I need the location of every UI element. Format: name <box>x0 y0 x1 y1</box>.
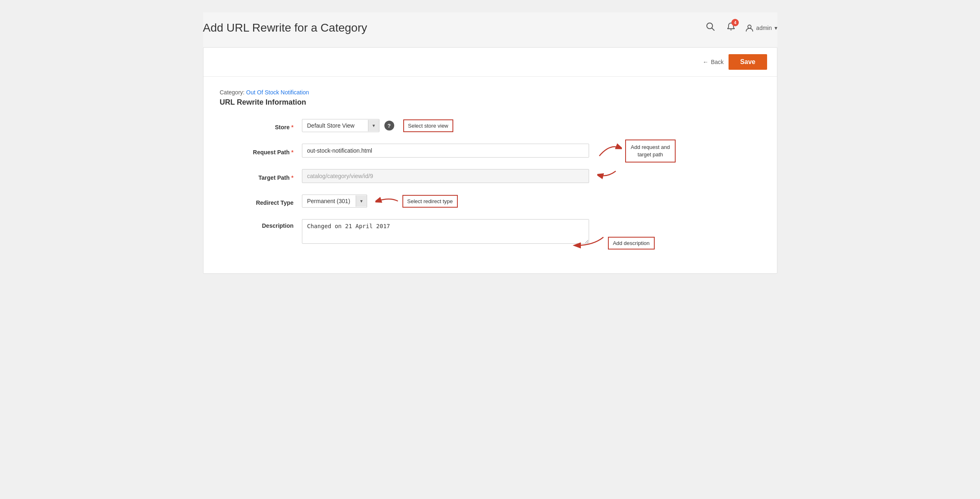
select-redirect-type-annotation: Select redirect type <box>402 195 458 208</box>
redirect-type-value: Permanent (301) <box>302 195 356 207</box>
description-input[interactable]: Changed on 21 April 2017 <box>302 219 589 244</box>
user-menu-button[interactable]: admin ▾ <box>745 24 777 32</box>
redirect-arrow <box>375 195 400 207</box>
store-control-area: Default Store View ▾ ? Select store view <box>302 119 761 132</box>
description-label: Description <box>220 219 302 229</box>
redirect-annotation-area: Select redirect type <box>375 195 458 208</box>
add-request-target-annotation: Add request and target path <box>625 140 676 163</box>
category-info: Category: Out Of Stock Notification <box>220 89 761 96</box>
form-area: Category: Out Of Stock Notification URL … <box>203 77 777 273</box>
back-arrow-icon: ← <box>703 59 708 65</box>
target-path-field-row: Target Path* <box>220 169 761 183</box>
target-path-arrow-area <box>597 169 618 181</box>
search-button[interactable] <box>704 21 717 35</box>
back-label: Back <box>711 59 724 65</box>
section-title: URL Rewrite Information <box>220 98 761 107</box>
store-help-icon[interactable]: ? <box>384 121 394 130</box>
redirect-type-select[interactable]: Permanent (301) ▾ <box>302 195 367 208</box>
page-wrapper: Add URL Rewrite for a Category 4 <box>203 12 777 274</box>
notification-button[interactable]: 4 <box>725 21 737 35</box>
category-link[interactable]: Out Of Stock Notification <box>246 89 309 96</box>
request-path-input[interactable] <box>302 144 589 158</box>
page-header: Add URL Rewrite for a Category 4 <box>203 12 777 43</box>
add-description-annotation: Add description <box>608 237 655 250</box>
description-arrow <box>573 233 605 250</box>
store-select-value: Default Store View <box>302 119 368 132</box>
category-prefix: Category: <box>220 89 245 96</box>
redirect-type-label: Redirect Type <box>220 196 302 206</box>
description-input-wrapper: Changed on 21 April 2017 <box>302 219 589 245</box>
target-path-label: Target Path* <box>220 171 302 181</box>
card-toolbar: ← Back Save <box>203 48 777 77</box>
target-arrow <box>597 169 618 181</box>
store-annotation-area: Select store view <box>403 119 453 132</box>
description-annotation-area: Add description <box>573 233 655 250</box>
redirect-type-arrow[interactable]: ▾ <box>356 195 367 207</box>
redirect-type-control-area: Permanent (301) ▾ S <box>302 195 761 208</box>
search-icon <box>706 22 715 31</box>
arrow-to-annotation <box>597 140 622 160</box>
notification-badge: 4 <box>731 19 739 26</box>
request-path-control-area: Add request and target path <box>302 144 761 158</box>
page-title: Add URL Rewrite for a Category <box>203 21 367 34</box>
content-card: ← Back Save Category: Out Of Stock Notif… <box>203 47 777 274</box>
svg-line-1 <box>712 28 715 31</box>
user-dropdown-icon: ▾ <box>774 25 777 31</box>
svg-point-2 <box>748 25 751 28</box>
target-path-control-area <box>302 169 761 183</box>
store-select[interactable]: Default Store View ▾ <box>302 119 379 132</box>
header-actions: 4 admin ▾ <box>704 21 777 35</box>
target-path-input <box>302 169 589 183</box>
store-label: Store* <box>220 121 302 130</box>
request-path-annotation-area: Add request and target path <box>597 140 676 163</box>
back-button[interactable]: ← Back <box>703 59 724 65</box>
description-control-area: Changed on 21 April 2017 <box>302 219 761 245</box>
description-field-row: Description Changed on 21 April 2017 <box>220 219 761 245</box>
save-button[interactable]: Save <box>729 54 767 70</box>
user-label: admin <box>756 25 772 31</box>
request-path-field-row: Request Path* <box>220 144 761 158</box>
request-path-label: Request Path* <box>220 146 302 156</box>
select-store-view-annotation: Select store view <box>403 119 453 132</box>
store-field-row: Store* Default Store View ▾ ? Select sto… <box>220 119 761 132</box>
store-select-arrow[interactable]: ▾ <box>368 120 379 131</box>
redirect-type-field-row: Redirect Type Permanent (301) ▾ <box>220 195 761 208</box>
user-icon <box>745 24 754 32</box>
